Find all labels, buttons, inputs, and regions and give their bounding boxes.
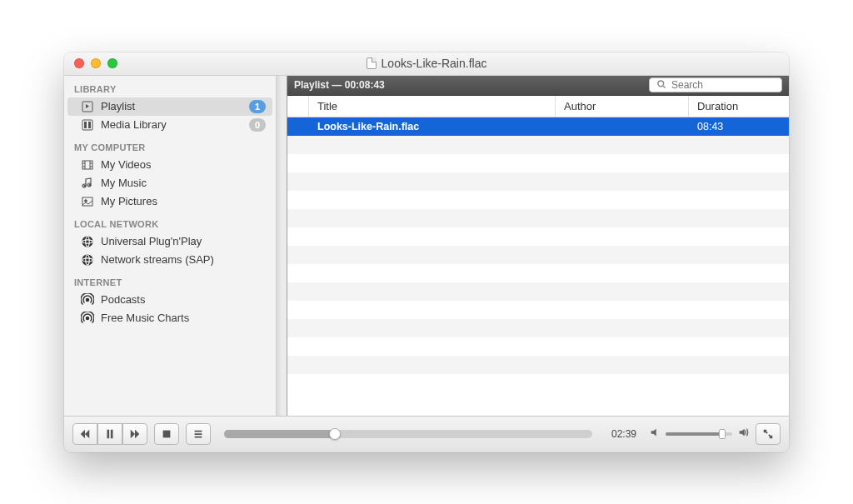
close-window-button[interactable] bbox=[74, 58, 84, 68]
playlist-row-empty bbox=[287, 301, 789, 319]
svg-rect-25 bbox=[107, 430, 110, 439]
column-author[interactable]: Author bbox=[556, 96, 689, 117]
row-title: Looks-Like-Rain.flac bbox=[309, 117, 556, 136]
sidebar-section-header: LOCAL NETWORK bbox=[64, 211, 276, 232]
search-box[interactable] bbox=[649, 77, 782, 92]
pictures-icon bbox=[81, 195, 94, 208]
fullscreen-button[interactable] bbox=[756, 423, 781, 445]
file-icon bbox=[367, 57, 377, 69]
playlist-row-empty bbox=[287, 172, 789, 191]
sidebar-item-label: Network streams (SAP) bbox=[101, 253, 266, 266]
playlist-row-empty bbox=[287, 319, 789, 337]
playlist-row-empty bbox=[287, 191, 789, 209]
playlist-row[interactable]: Looks-Like-Rain.flac08:43 bbox=[287, 117, 789, 136]
window-title-text: Looks-Like-Rain.flac bbox=[382, 57, 487, 70]
search-input[interactable] bbox=[671, 79, 775, 91]
playlist-rows: Looks-Like-Rain.flac08:43 bbox=[287, 117, 789, 416]
window-title: Looks-Like-Rain.flac bbox=[64, 57, 789, 70]
pause-button[interactable] bbox=[97, 423, 122, 445]
music-icon bbox=[81, 177, 94, 190]
sidebar-badge: 1 bbox=[249, 100, 266, 113]
sidebar-item-label: Universal Plug'n'Play bbox=[101, 235, 266, 247]
column-headers: Title Author Duration bbox=[287, 96, 789, 117]
sidebar-item-label: Podcasts bbox=[101, 293, 266, 306]
transport-group bbox=[72, 423, 147, 445]
volume-fill bbox=[666, 432, 722, 436]
library-icon bbox=[81, 118, 94, 132]
minimize-window-button[interactable] bbox=[91, 58, 101, 68]
sidebar-item-podcasts[interactable]: Podcasts bbox=[64, 291, 276, 309]
sidebar-item-my-videos[interactable]: My Videos bbox=[64, 156, 276, 174]
sidebar-section-header: MY COMPUTER bbox=[64, 134, 276, 156]
previous-button[interactable] bbox=[72, 423, 97, 445]
playlist-row-empty bbox=[287, 246, 789, 264]
elapsed-time: 02:39 bbox=[606, 428, 642, 440]
playlist-pane: Playlist — 00:08:43 Title Author Duratio… bbox=[287, 76, 789, 416]
app-window: Looks-Like-Rain.flac LIBRARYPlaylist1Med… bbox=[64, 52, 789, 452]
column-icon[interactable] bbox=[287, 96, 309, 117]
playlist-row-empty bbox=[287, 282, 789, 301]
podcast-icon bbox=[81, 312, 94, 325]
progress-fill bbox=[224, 430, 335, 438]
svg-rect-3 bbox=[88, 122, 91, 128]
svg-rect-27 bbox=[163, 431, 171, 438]
sidebar-badge: 0 bbox=[249, 118, 266, 132]
search-icon bbox=[656, 79, 666, 92]
progress-knob[interactable] bbox=[329, 428, 341, 440]
sidebar-item-label: My Music bbox=[101, 177, 266, 189]
volume-knob[interactable] bbox=[719, 429, 726, 439]
playlist-row-empty bbox=[287, 337, 789, 356]
sidebar-item-free-music-charts[interactable]: Free Music Charts bbox=[64, 309, 276, 327]
sidebar-item-playlist[interactable]: Playlist1 bbox=[67, 97, 272, 116]
sidebar-item-label: Playlist bbox=[101, 100, 242, 112]
progress-bar[interactable] bbox=[224, 430, 592, 438]
playlist-row-empty bbox=[287, 264, 789, 282]
titlebar: Looks-Like-Rain.flac bbox=[64, 52, 789, 76]
sidebar-item-label: Free Music Charts bbox=[101, 312, 266, 324]
sidebar-scrollbar[interactable] bbox=[277, 76, 282, 416]
sidebar: LIBRARYPlaylist1Media Library0MY COMPUTE… bbox=[64, 76, 277, 416]
column-duration[interactable]: Duration bbox=[689, 96, 789, 117]
globe-icon bbox=[81, 253, 94, 267]
zoom-window-button[interactable] bbox=[107, 58, 117, 68]
volume-low-icon bbox=[649, 427, 661, 442]
svg-point-11 bbox=[83, 184, 86, 187]
svg-point-14 bbox=[85, 199, 87, 202]
svg-point-21 bbox=[87, 298, 89, 301]
svg-point-12 bbox=[88, 183, 91, 186]
svg-point-18 bbox=[82, 255, 92, 265]
svg-rect-26 bbox=[111, 430, 113, 439]
column-title[interactable]: Title bbox=[309, 96, 556, 117]
row-author bbox=[556, 117, 689, 136]
sidebar-item-my-pictures[interactable]: My Pictures bbox=[64, 192, 276, 211]
playlist-toggle-button[interactable] bbox=[186, 423, 211, 445]
playlist-row-empty bbox=[287, 154, 789, 172]
svg-point-15 bbox=[82, 237, 92, 247]
podcast-icon bbox=[81, 293, 94, 307]
volume-high-icon bbox=[737, 427, 749, 442]
stop-button[interactable] bbox=[154, 423, 179, 445]
player-controls: 02:39 bbox=[64, 416, 789, 452]
window-controls bbox=[64, 58, 117, 68]
svg-rect-2 bbox=[84, 122, 87, 128]
globe-icon bbox=[81, 235, 94, 248]
next-button[interactable] bbox=[122, 423, 147, 445]
sidebar-item-media-library[interactable]: Media Library0 bbox=[64, 116, 276, 134]
sidebar-item-label: Media Library bbox=[101, 118, 242, 131]
volume-control bbox=[649, 427, 749, 442]
sidebar-item-my-music[interactable]: My Music bbox=[64, 174, 276, 192]
playlist-icon bbox=[81, 100, 94, 113]
sidebar-item-network-streams-sap-[interactable]: Network streams (SAP) bbox=[64, 251, 276, 269]
svg-rect-4 bbox=[82, 161, 92, 169]
row-duration: 08:43 bbox=[689, 117, 789, 136]
svg-point-22 bbox=[87, 317, 89, 319]
film-icon bbox=[81, 158, 94, 172]
sidebar-item-universal-plug-n-play[interactable]: Universal Plug'n'Play bbox=[64, 232, 276, 251]
row-icon-cell bbox=[287, 117, 309, 136]
svg-line-24 bbox=[663, 86, 665, 87]
sidebar-section-header: LIBRARY bbox=[64, 76, 276, 97]
playlist-header: Playlist — 00:08:43 bbox=[287, 76, 789, 96]
svg-point-23 bbox=[658, 80, 664, 86]
volume-slider[interactable] bbox=[666, 432, 732, 436]
playlist-row-empty bbox=[287, 227, 789, 246]
